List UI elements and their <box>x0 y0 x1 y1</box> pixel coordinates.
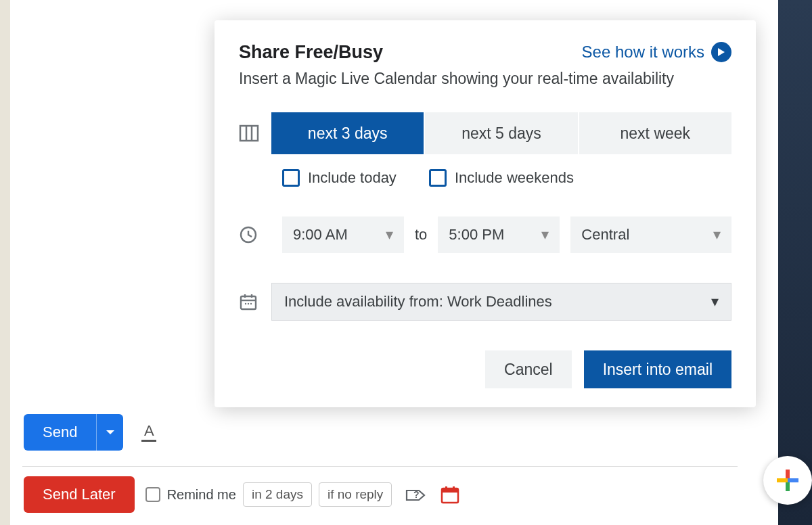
play-icon <box>711 42 731 62</box>
range-next-3-days[interactable]: next 3 days <box>271 112 425 154</box>
chevron-down-icon: ▾ <box>711 293 719 311</box>
svg-rect-3 <box>445 486 447 490</box>
plus-colored-icon <box>774 467 801 494</box>
date-range-segmented: next 3 days next 5 days next week <box>271 112 731 154</box>
remind-condition-chip[interactable]: if no reply <box>319 482 392 507</box>
svg-rect-2 <box>442 488 458 493</box>
send-button[interactable]: Send <box>24 414 96 451</box>
background-right-strip <box>778 0 812 525</box>
tag-question-icon: ? <box>404 484 426 505</box>
compose-toolbar: Send A <box>24 414 158 451</box>
share-free-busy-dialog: Share Free/Busy See how it works Insert … <box>215 20 756 407</box>
svg-rect-19 <box>788 478 798 482</box>
dialog-footer: Cancel Insert into email <box>239 350 731 388</box>
google-plus-fab[interactable] <box>763 456 812 505</box>
time-to-label: to <box>415 226 427 244</box>
cancel-button[interactable]: Cancel <box>485 350 572 388</box>
remind-time-chip[interactable]: in 2 days <box>243 482 312 507</box>
toolbar-divider <box>22 466 738 467</box>
calendar-icon-button[interactable] <box>438 482 462 507</box>
send-more-dropdown[interactable] <box>96 414 123 451</box>
tracking-icon-button[interactable]: ? <box>403 482 427 507</box>
send-later-button[interactable]: Send Later <box>24 476 135 513</box>
svg-rect-5 <box>240 126 258 141</box>
calendar-outline-icon <box>239 292 271 311</box>
svg-point-13 <box>245 303 246 304</box>
text-format-button[interactable]: A <box>139 423 158 442</box>
chevron-down-icon <box>106 429 115 436</box>
svg-rect-18 <box>777 478 788 482</box>
range-next-5-days[interactable]: next 5 days <box>425 112 579 154</box>
send-button-group: Send <box>24 414 123 451</box>
svg-point-14 <box>248 303 249 304</box>
time-from-dropdown[interactable]: 9:00 AM ▾ <box>282 216 404 253</box>
text-format-icon: A <box>144 424 154 438</box>
checkbox-icon <box>429 169 447 187</box>
calendar-icon <box>440 484 460 505</box>
remind-me-checkbox[interactable] <box>145 487 160 502</box>
date-range-row: next 3 days next 5 days next week <box>239 112 731 154</box>
chevron-down-icon: ▾ <box>713 226 721 244</box>
chevron-down-icon: ▾ <box>541 226 549 244</box>
availability-source-row: Include availability from: Work Deadline… <box>239 283 731 321</box>
include-options-row: Include today Include weekends <box>282 169 731 187</box>
svg-rect-4 <box>453 486 455 490</box>
time-range-row: 9:00 AM ▾ to 5:00 PM ▾ Central ▾ <box>239 216 731 253</box>
background-left-strip <box>0 0 10 525</box>
svg-point-15 <box>250 303 252 304</box>
availability-source-dropdown[interactable]: Include availability from: Work Deadline… <box>271 283 731 321</box>
compose-bottom-row: Send Later Remind me in 2 days if no rep… <box>24 476 462 513</box>
remind-me-group: Remind me in 2 days if no reply <box>145 482 392 507</box>
svg-text:?: ? <box>413 489 420 500</box>
range-next-week[interactable]: next week <box>579 112 731 154</box>
clock-icon <box>239 225 271 244</box>
remind-me-label: Remind me <box>167 487 236 503</box>
include-today-checkbox[interactable]: Include today <box>282 169 397 187</box>
dialog-header: Share Free/Busy See how it works <box>239 42 731 63</box>
insert-into-email-button[interactable]: Insert into email <box>584 350 731 388</box>
time-to-dropdown[interactable]: 5:00 PM ▾ <box>438 216 560 253</box>
columns-icon <box>239 124 271 142</box>
chevron-down-icon: ▾ <box>386 226 393 244</box>
checkbox-icon <box>282 169 300 187</box>
svg-rect-9 <box>241 296 256 309</box>
dialog-title: Share Free/Busy <box>239 42 383 63</box>
include-weekends-checkbox[interactable]: Include weekends <box>429 169 574 187</box>
dialog-subtitle: Insert a Magic Live Calendar showing you… <box>239 70 731 88</box>
timezone-dropdown[interactable]: Central ▾ <box>570 216 731 253</box>
see-how-it-works-link[interactable]: See how it works <box>582 42 731 62</box>
